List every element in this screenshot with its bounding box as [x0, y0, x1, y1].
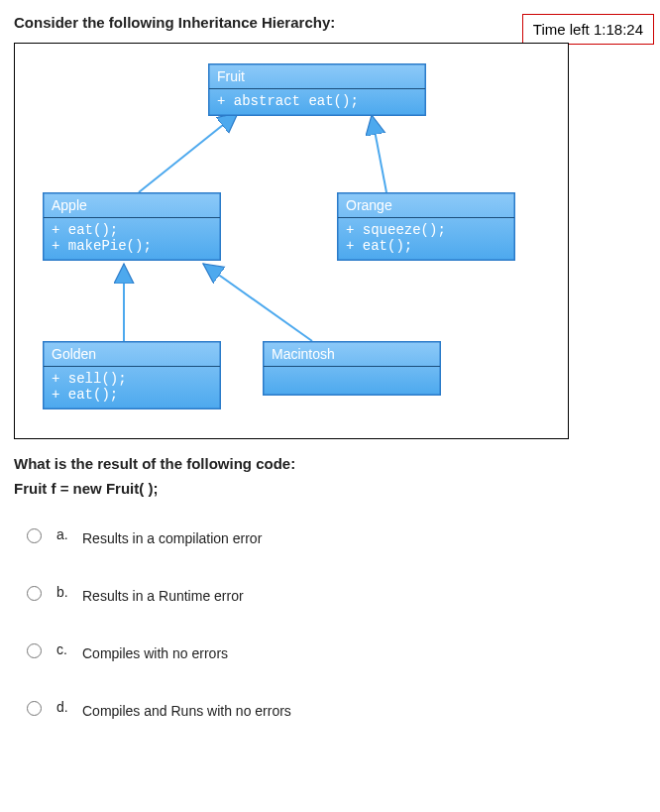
- uml-class-name: Orange: [346, 197, 506, 215]
- option-text: Compiles and Runs with no errors: [82, 699, 291, 719]
- svg-line-3: [203, 264, 312, 341]
- option-a[interactable]: a. Results in a compilation error: [14, 526, 646, 546]
- uml-class-name: Fruit: [217, 68, 417, 86]
- option-letter: b.: [56, 584, 70, 600]
- uml-method: + eat();: [346, 238, 506, 254]
- uml-class-macintosh: Macintosh: [263, 341, 441, 396]
- option-a-radio[interactable]: [27, 528, 42, 543]
- uml-class-orange: Orange + squeeze(); + eat();: [337, 192, 515, 261]
- option-letter: c.: [56, 641, 70, 657]
- svg-line-0: [139, 113, 238, 192]
- uml-diagram: Fruit + abstract eat(); Apple + eat(); +…: [14, 43, 569, 439]
- uml-class-name: Golden: [52, 346, 212, 364]
- option-letter: a.: [56, 526, 70, 542]
- option-d[interactable]: d. Compiles and Runs with no errors: [14, 699, 646, 719]
- question-text: What is the result of the following code…: [14, 455, 646, 472]
- option-text: Results in a compilation error: [82, 526, 262, 546]
- uml-class-fruit: Fruit + abstract eat();: [208, 63, 426, 116]
- uml-method: + makePie();: [52, 238, 212, 254]
- option-text: Results in a Runtime error: [82, 584, 244, 604]
- option-b[interactable]: b. Results in a Runtime error: [14, 584, 646, 604]
- option-text: Compiles with no errors: [82, 641, 228, 661]
- option-letter: d.: [56, 699, 70, 715]
- uml-method: + eat();: [52, 387, 212, 403]
- uml-class-name: Macintosh: [272, 346, 432, 364]
- time-left-badge: Time left 1:18:24: [522, 14, 654, 45]
- option-d-radio[interactable]: [27, 701, 42, 716]
- option-c[interactable]: c. Compiles with no errors: [14, 641, 646, 661]
- uml-class-apple: Apple + eat(); + makePie();: [43, 192, 221, 261]
- uml-method: + sell();: [52, 371, 212, 387]
- svg-line-1: [372, 115, 386, 192]
- uml-class-golden: Golden + sell(); + eat();: [43, 341, 221, 409]
- option-b-radio[interactable]: [27, 586, 42, 601]
- uml-method: + abstract eat();: [217, 93, 417, 109]
- answer-options: a. Results in a compilation error b. Res…: [14, 526, 646, 719]
- option-c-radio[interactable]: [27, 643, 42, 658]
- question-code: Fruit f = new Fruit( );: [14, 480, 646, 497]
- uml-class-name: Apple: [52, 197, 212, 215]
- uml-method: + eat();: [52, 222, 212, 238]
- uml-method: + squeeze();: [346, 222, 506, 238]
